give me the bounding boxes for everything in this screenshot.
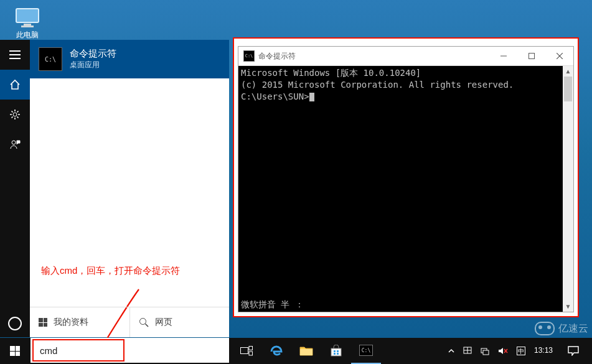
tab-label: 我的资料 (54, 317, 88, 328)
tab-label: 网页 (155, 317, 172, 328)
watermark-text: 亿速云 (558, 322, 588, 335)
svg-rect-20 (337, 350, 339, 352)
task-view-button[interactable] (232, 338, 261, 364)
scroll-thumb[interactable] (564, 77, 572, 101)
network-icon (481, 347, 489, 355)
feedback-button[interactable] (0, 129, 30, 159)
cmd-window[interactable]: C:\ 命令提示符 Microsoft Windows [版本 10.0.102… (238, 46, 574, 312)
taskbar-store[interactable] (321, 338, 351, 364)
cmd-title-text: 命令提示符 (258, 51, 296, 62)
search-scope-tabs: 我的资料 网页 (30, 307, 229, 337)
result-app-name: 命令提示符 (70, 48, 116, 60)
settings-button[interactable] (0, 100, 30, 129)
search-tab-web[interactable]: 网页 (130, 307, 230, 337)
maximize-button[interactable] (517, 47, 545, 65)
svg-rect-19 (334, 350, 336, 352)
tray-ime[interactable]: 中 (515, 338, 527, 364)
security-icon (463, 347, 472, 355)
person-speech-icon (9, 139, 21, 150)
cortana-rail-button[interactable] (0, 310, 30, 337)
cmd-window-highlight: C:\ 命令提示符 Microsoft Windows [版本 10.0.102… (233, 37, 579, 317)
home-button[interactable] (0, 70, 30, 100)
taskbar-cmd-running[interactable]: C:\ (351, 338, 381, 364)
cmd-icon: C:\ (359, 345, 373, 356)
tray-network[interactable] (479, 338, 491, 364)
minimize-button[interactable] (489, 47, 517, 65)
search-results-panel: C:\ 命令提示符 桌面应用 输入cmd，回车，打开命令提示符 我的资料 网页 (30, 40, 229, 337)
cmd-titlebar-icon: C:\ (243, 50, 255, 62)
svg-rect-21 (334, 353, 336, 355)
search-result-best-match[interactable]: C:\ 命令提示符 桌面应用 (30, 40, 229, 78)
close-button[interactable] (545, 47, 573, 65)
chevron-up-icon (448, 348, 454, 354)
hamburger-button[interactable] (0, 40, 30, 70)
ime-icon: 中 (517, 347, 525, 355)
svg-point-8 (139, 319, 146, 325)
desktop-icon-this-pc[interactable]: 此电脑 (10, 7, 45, 40)
svg-rect-22 (337, 353, 339, 355)
windows-icon (39, 318, 47, 327)
notification-icon (568, 346, 579, 356)
start-button[interactable] (0, 338, 30, 364)
cmd-line-copyright: (c) 2015 Microsoft Corporation. All righ… (241, 79, 560, 91)
task-view-icon (240, 346, 253, 356)
action-center-button[interactable] (560, 338, 587, 364)
scroll-down-button[interactable]: ▼ (563, 301, 573, 312)
tray-show-hidden[interactable] (446, 338, 456, 364)
cortana-ring-icon (8, 317, 22, 330)
svg-point-7 (12, 141, 16, 144)
tray-flag-icon[interactable] (461, 338, 474, 364)
watermark: 亿速云 (535, 322, 588, 335)
svg-rect-25 (483, 350, 489, 355)
volume-mute-icon (498, 347, 508, 355)
svg-line-9 (145, 324, 148, 327)
taskbar-file-explorer[interactable] (291, 338, 321, 364)
desktop-icon-label: 此电脑 (10, 30, 45, 40)
result-app-type: 桌面应用 (70, 60, 116, 70)
windows-icon (10, 346, 20, 356)
store-icon (330, 345, 342, 357)
svg-rect-11 (529, 54, 534, 59)
svg-text:中: 中 (518, 348, 524, 355)
system-tray: 中 13:13 (446, 338, 592, 364)
svg-rect-16 (249, 352, 253, 355)
svg-rect-0 (16, 9, 39, 22)
gear-icon (9, 109, 21, 120)
svg-rect-17 (300, 349, 312, 355)
tray-clock[interactable]: 13:13 (532, 338, 555, 364)
ime-status: 微软拼音 半 ： (241, 299, 304, 310)
cmd-icon: C:\ (39, 47, 62, 71)
cmd-line-version: Microsoft Windows [版本 10.0.10240] (241, 67, 560, 79)
folder-icon (299, 345, 313, 357)
edge-icon (270, 344, 283, 358)
svg-rect-1 (24, 24, 31, 26)
cmd-output-area[interactable]: Microsoft Windows [版本 10.0.10240] (c) 20… (238, 66, 563, 312)
watermark-icon (535, 322, 555, 335)
cmd-line-prompt: C:\Users\SUN> (241, 91, 560, 103)
monitor-icon (15, 7, 40, 29)
cmd-titlebar[interactable]: C:\ 命令提示符 (238, 47, 573, 66)
annotation-text: 输入cmd，回车，打开命令提示符 (41, 265, 180, 277)
cmd-scrollbar[interactable]: ▲ ▼ (563, 66, 573, 312)
search-panel-rail (0, 40, 30, 337)
svg-rect-15 (249, 347, 253, 350)
taskbar-search-box[interactable] (32, 339, 125, 362)
search-tab-my-stuff[interactable]: 我的资料 (30, 307, 130, 337)
scroll-up-button[interactable]: ▲ (563, 66, 573, 77)
search-icon (139, 317, 149, 327)
scroll-track[interactable] (563, 77, 573, 301)
search-input[interactable] (39, 345, 118, 357)
svg-rect-2 (21, 26, 34, 27)
svg-rect-18 (331, 348, 341, 356)
svg-point-6 (13, 113, 17, 116)
tray-volume[interactable] (496, 338, 510, 364)
taskbar-edge[interactable] (261, 338, 291, 364)
svg-rect-14 (241, 348, 248, 354)
